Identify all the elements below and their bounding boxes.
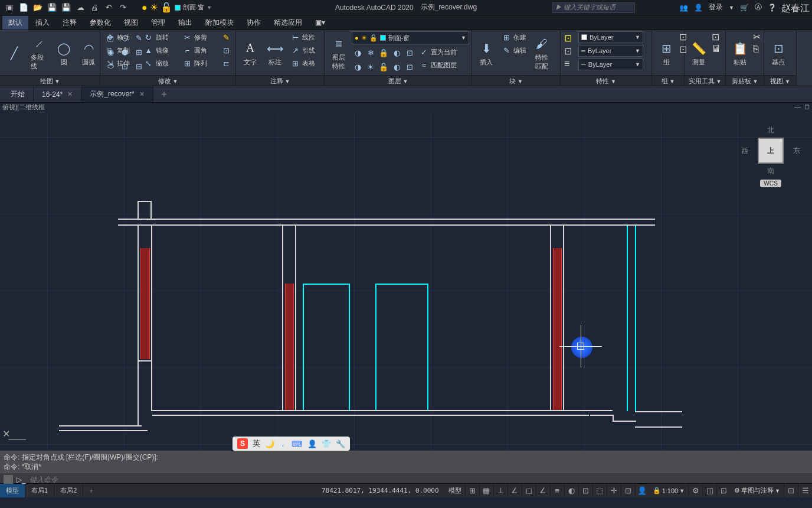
tab-insert[interactable]: 插入: [30, 16, 55, 30]
grid-toggle[interactable]: ⊞: [465, 484, 479, 498]
setcurrent-button[interactable]: ✓置为当前: [417, 46, 459, 58]
login-button[interactable]: 登录: [709, 2, 723, 12]
app-icon[interactable]: Ⓐ: [755, 2, 762, 12]
customize-icon[interactable]: ☰: [798, 484, 812, 498]
move-button[interactable]: ✥移动: [103, 31, 140, 43]
tab-view[interactable]: 视图: [118, 16, 144, 30]
file-tab-1[interactable]: 16-24*✕: [34, 87, 81, 102]
modify-icon[interactable]: ⊡: [219, 44, 233, 56]
clip-icon[interactable]: ⎘: [753, 44, 761, 54]
skin-icon[interactable]: 👕: [322, 439, 331, 448]
tab-manage[interactable]: 管理: [145, 16, 171, 30]
polar-toggle[interactable]: ∠: [508, 484, 522, 498]
ortho-toggle[interactable]: ⊥: [493, 484, 508, 498]
matchprop-button[interactable]: 🖌特性 匹配: [530, 31, 554, 75]
scale-button[interactable]: ⤡缩放: [142, 57, 179, 69]
moon-icon[interactable]: 🌙: [265, 439, 274, 448]
prop-icon[interactable]: ≡: [564, 58, 576, 70]
viewport-label[interactable]: 俯视][二维线框: [2, 103, 45, 113]
stretch-button[interactable]: ⇲拉伸: [103, 57, 140, 69]
redo-icon[interactable]: ↷: [117, 2, 129, 14]
layer-tool-icon[interactable]: ⊡: [404, 60, 415, 73]
clean-toggle[interactable]: ⊡: [784, 484, 798, 498]
command-input[interactable]: [30, 476, 808, 484]
osnap-toggle[interactable]: ◻: [522, 484, 536, 498]
mirror-button[interactable]: ▲镜像: [142, 44, 179, 56]
util-icon[interactable]: 🖩: [712, 44, 721, 54]
tab-featured[interactable]: 精选应用: [268, 16, 308, 30]
table-button[interactable]: ⊞表格: [288, 57, 317, 69]
circle-button[interactable]: ◯圆: [52, 31, 76, 75]
linetype-dropdown[interactable]: ─ByLayer▼: [578, 58, 643, 70]
paste-button[interactable]: 📋粘贴: [728, 31, 752, 75]
tab-output[interactable]: 输出: [172, 16, 198, 30]
file-tab-2[interactable]: 示例_recover*✕: [81, 86, 153, 102]
drawing-canvas[interactable]: 北 西 上 东 南 WCS ✕ S 英 🌙 ， ⌨ 👤 👕 🔧: [0, 113, 812, 451]
app-menu-icon[interactable]: ▣: [4, 2, 15, 14]
prop-icon[interactable]: ⊡: [564, 32, 576, 44]
util-icon[interactable]: ⊡: [712, 31, 721, 43]
undo-icon[interactable]: ↶: [103, 2, 114, 14]
linear-button[interactable]: ⊢线性: [288, 31, 317, 43]
arc-button[interactable]: ◠圆弧: [77, 31, 100, 75]
layer-tool-icon[interactable]: ◑: [352, 60, 364, 73]
copy-button[interactable]: ⎘复制: [103, 44, 140, 56]
anno-toggle[interactable]: 👤: [635, 484, 649, 498]
tab-collab[interactable]: 协作: [241, 16, 267, 30]
otrack-toggle[interactable]: ∠: [536, 484, 550, 498]
rotate-button[interactable]: ↻旋转: [142, 31, 179, 43]
gear-icon[interactable]: ⚙: [688, 484, 702, 498]
search-input[interactable]: ▶ 键入关键字或短语: [552, 2, 635, 13]
tab-start[interactable]: 开始: [2, 86, 34, 102]
cloud-icon[interactable]: ☁: [74, 2, 86, 14]
sogou-icon[interactable]: S: [237, 438, 248, 449]
trim-button[interactable]: ✂修剪: [180, 31, 218, 43]
close-icon[interactable]: ✕: [139, 90, 145, 98]
model-space-button[interactable]: 模型: [445, 486, 465, 495]
layer-tool-icon[interactable]: ☀: [365, 60, 376, 73]
fillet-button[interactable]: ⌐圆角: [180, 44, 218, 56]
layer-tool-icon[interactable]: ⊡: [404, 46, 415, 59]
group-button[interactable]: ⊞组: [654, 31, 678, 75]
help-icon[interactable]: ❔: [768, 4, 777, 12]
transparency-toggle[interactable]: ◐: [564, 484, 578, 498]
base-button[interactable]: ⊡基点: [767, 31, 790, 75]
model-tab[interactable]: 模型: [0, 484, 25, 497]
viewcube[interactable]: 北 西 上 东 南 WCS: [741, 125, 800, 187]
qat-layer-control[interactable]: ●☀🔓 剖面-窗 ▼: [142, 2, 212, 13]
open-icon[interactable]: 📂: [32, 2, 44, 14]
ime-lang[interactable]: 英: [253, 438, 260, 449]
layer-tool-icon[interactable]: 🔓: [378, 60, 389, 73]
viewcube-top[interactable]: 上: [758, 138, 784, 164]
dim-button[interactable]: ⟷标注: [263, 31, 287, 75]
viewcube-south[interactable]: 南: [741, 166, 800, 176]
plot-icon[interactable]: 🖨: [89, 2, 100, 14]
new-tab-button[interactable]: ＋: [153, 85, 175, 103]
matchlayer-button[interactable]: ≈匹配图层: [417, 59, 459, 71]
quick-toggle[interactable]: ⊡: [621, 484, 635, 498]
modify-icon[interactable]: ✎: [219, 31, 233, 43]
minimize-icon[interactable]: —: [794, 103, 801, 113]
layout2-tab[interactable]: 布局2: [54, 484, 83, 497]
measure-button[interactable]: 📏测量: [687, 31, 711, 75]
polyline-button[interactable]: ⟋多段线: [27, 31, 51, 75]
tab-extras[interactable]: ▣▾: [309, 17, 331, 28]
layer-tool-icon[interactable]: 🔒: [378, 46, 389, 59]
iso-toggle[interactable]: ◫: [702, 484, 716, 498]
cmd-handle-icon[interactable]: [4, 475, 13, 484]
viewcube-north[interactable]: 北: [741, 125, 800, 135]
signin-icon[interactable]: 👤: [694, 4, 703, 12]
maximize-icon[interactable]: ◻: [804, 103, 810, 113]
user-icon[interactable]: 👤: [307, 439, 317, 448]
layer-tool-icon[interactable]: ◐: [391, 46, 402, 59]
modify-icon[interactable]: ⊏: [219, 57, 233, 69]
wcs-badge[interactable]: WCS: [760, 180, 781, 187]
layer-dropdown[interactable]: ●☀🔓 剖面-窗▼: [352, 31, 469, 44]
layout1-tab[interactable]: 布局1: [25, 484, 54, 497]
viewcube-east[interactable]: 东: [793, 146, 800, 156]
line-button[interactable]: ╱: [2, 31, 26, 75]
insert-button[interactable]: ⬇插入: [474, 31, 498, 75]
tab-param[interactable]: 参数化: [84, 16, 117, 30]
punct-icon[interactable]: ，: [279, 438, 287, 449]
keyboard-icon[interactable]: ⌨: [292, 439, 303, 448]
